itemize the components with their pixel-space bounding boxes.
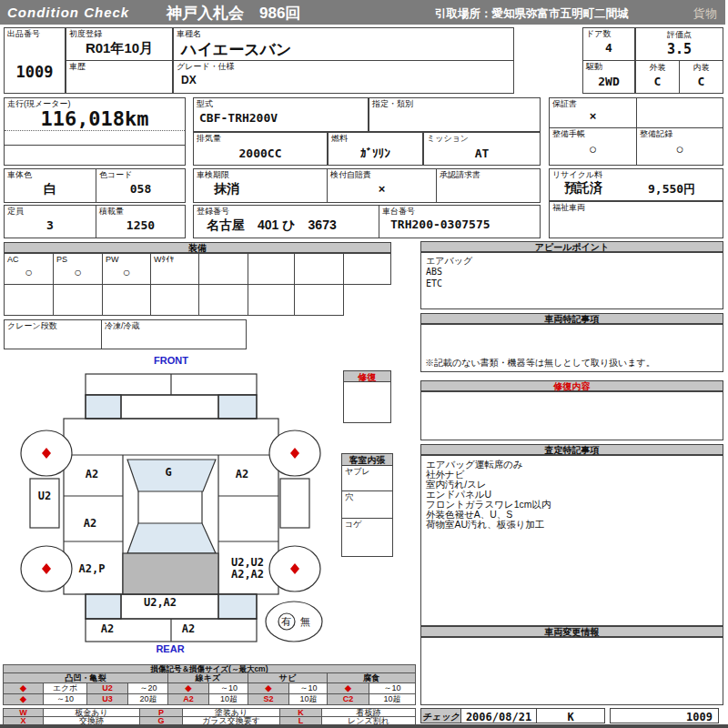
special-notes-header: 車両特記事項 <box>420 313 723 324</box>
capacity-cell: 定員 3 <box>4 205 96 238</box>
equipment-cell-empty <box>294 253 344 285</box>
rear-glass-right <box>218 594 257 619</box>
assessment-body: エアバッグ運転席のみ 社外ナビ 室内汚れ/スレ エンドパネルU フロントガラスワ… <box>420 455 723 626</box>
pickup-location: 引取場所：愛知県弥富市五明町二間城 <box>435 6 629 22</box>
first-registration-label: 初度登録 <box>69 29 102 38</box>
fuel-value: ｶﾞｿﾘﾝ <box>329 147 422 160</box>
exterior-grade-label: 外装 <box>636 62 679 74</box>
vehicle-changes-body <box>420 637 723 705</box>
special-notes-disclaimer: ※記載のない書類・機器等は無しとして取り扱います。 <box>425 357 655 369</box>
equipment-cell-empty <box>343 253 391 285</box>
assessment-line: 荷物室AU汚れ、板張り加工 <box>426 519 545 531</box>
cabin-box-header: 客室内張 <box>341 453 393 466</box>
model-name-label: 車種名 <box>177 29 201 38</box>
service-record-cell: 整備記録 ○ <box>636 127 723 166</box>
fuel-label: 燃料 <box>331 134 348 143</box>
mark-fender-fl: A2 <box>86 468 98 480</box>
appeal-header: アピールポイント <box>420 241 723 252</box>
fridge-cell: 冷凍/冷蔵 <box>101 319 247 349</box>
cabin-row-hole: 穴 <box>341 490 393 519</box>
model-code-cell: 型式 CBF-TRH200V <box>193 97 369 132</box>
check-date-value: 2006/08/21 <box>461 711 536 723</box>
equipment-cell-empty <box>102 284 151 316</box>
capacity-value: 3 <box>5 218 96 232</box>
inspector-value: K <box>537 711 604 723</box>
repair-detail-title: 修復内容 <box>554 381 591 391</box>
presence-oval <box>266 602 322 642</box>
legend-code-s2: S2 <box>248 693 289 705</box>
lot-number-cell: 出品番号 1009 <box>4 27 66 94</box>
equipment-label: PW <box>106 255 119 264</box>
inspection-value: 抹消 <box>214 181 239 197</box>
mileage-divider-solid <box>5 145 185 146</box>
special-notes-title: 車両特記事項 <box>545 314 600 324</box>
inspection-cell: 車検期限 抹消 <box>193 168 328 203</box>
equipment-label: PS <box>56 255 67 264</box>
registration-number-label: 登録番号 <box>197 207 229 216</box>
displacement-value: 2000CC <box>194 147 327 160</box>
inspector-cell: K <box>536 708 605 723</box>
mark-side-left: A2 <box>84 517 96 530</box>
fuel-cell: 燃料 ｶﾞｿﾘﾝ <box>328 132 423 166</box>
model-name-cell: 車種名 ハイエースバン <box>173 27 514 61</box>
legend-over-10: 10超 <box>208 693 249 705</box>
model-code-label: 型式 <box>197 99 213 108</box>
transmission-value: AT <box>424 147 540 160</box>
history-cell: 車歴 <box>66 60 173 94</box>
interior-grade-value: C <box>680 75 723 88</box>
mileage-cell: 走行(現メーター) 116,018km <box>4 97 186 166</box>
equipment-cell-empty <box>248 253 295 285</box>
body-color-value: 白 <box>5 181 96 197</box>
capacity-label: 定員 <box>7 207 24 216</box>
check-date-cell: 2006/08/21 <box>460 708 537 723</box>
mark-windshield: G <box>165 466 171 479</box>
brand-logo: Condition Check <box>7 5 129 20</box>
legend-over-10: 10超 <box>288 693 329 705</box>
doors-value: 4 <box>583 41 634 55</box>
approval-label: 承認請求書 <box>440 170 480 179</box>
model-code-value: CBF-TRH200V <box>199 111 278 125</box>
diagram-front-label: FRONT <box>154 355 188 366</box>
diamond-icon: ◆ <box>3 693 44 705</box>
approval-cell: 承認請求書 <box>436 168 541 203</box>
legend-over-20: 20超 <box>127 693 169 705</box>
exterior-grade-value: C <box>636 75 679 88</box>
service-record-value: ○ <box>637 141 723 157</box>
drive-label: 駆動 <box>586 62 602 71</box>
equipment-title: 装備 <box>188 243 207 253</box>
score-cell: 評価点 3.5 <box>635 27 723 61</box>
displacement-cell: 排気量 2000CC <box>193 132 328 166</box>
load-capacity-cell: 積載量 1250 <box>96 205 186 238</box>
equipment-cell-pw: PW ○ <box>102 253 151 285</box>
repair-mini-body <box>343 381 391 423</box>
mark-fender-fr: A2 <box>236 468 248 480</box>
bottom-bar <box>0 724 728 728</box>
equipment-cell-empty <box>248 284 295 316</box>
check-label-cell: チェック <box>420 708 461 723</box>
assessment-title: 査定特記事項 <box>545 445 600 455</box>
mark-rear-bumper-left: A2 <box>101 622 114 635</box>
score-label: 評価点 <box>636 29 723 41</box>
interior-grade-label: 内装 <box>680 62 723 74</box>
doors-label: ドア数 <box>586 29 611 38</box>
footer-lot-cell: 1009 <box>610 708 719 723</box>
registration-number-value: 名古屋 401 ひ 3673 <box>207 217 337 234</box>
warranty-spare-cell <box>636 97 723 128</box>
fridge-label: 冷凍/冷蔵 <box>105 321 140 330</box>
rear-window-glass <box>127 523 216 553</box>
color-code-value: 058 <box>96 182 185 196</box>
legend-size-10: ～10 <box>43 693 87 705</box>
score-value: 3.5 <box>636 41 723 57</box>
equipment-cell-empty <box>198 284 248 316</box>
equipment-cell-empty <box>4 284 54 316</box>
recycle-status-value: 預託済 <box>564 180 602 197</box>
legend-code-a2: A2 <box>167 693 209 705</box>
recycle-fee-cell: リサイクル料 預託済 9,550円 <box>549 168 723 201</box>
legend-code-u3: U3 <box>86 693 128 705</box>
service-book-value: ○ <box>550 141 636 157</box>
vehicle-changes-header: 車両変更情報 <box>420 626 723 637</box>
model-name-value: ハイエースバン <box>181 39 291 60</box>
equipment-header: 装備 <box>4 242 391 253</box>
service-book-label: 整備手帳 <box>552 129 585 138</box>
drive-value: 2WD <box>583 75 634 88</box>
